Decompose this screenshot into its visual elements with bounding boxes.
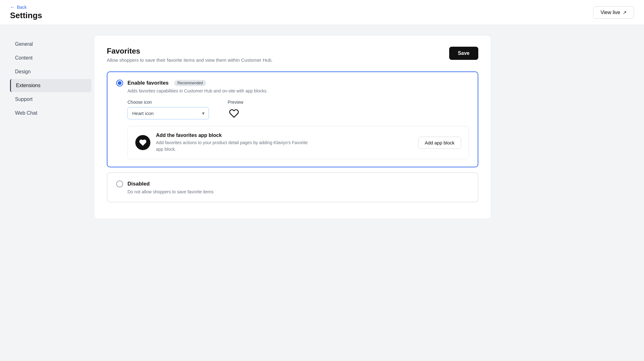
sidebar-item-web-chat[interactable]: Web Chat xyxy=(10,107,91,120)
content-title: Favorites xyxy=(107,47,273,55)
choose-icon-label: Choose icon xyxy=(127,100,209,105)
back-arrow-icon: ← xyxy=(10,4,15,10)
view-live-button[interactable]: View live ↗ xyxy=(593,6,634,19)
enable-favorites-header: Enable favorites Recommended xyxy=(116,80,469,86)
disabled-option-title: Disabled xyxy=(127,181,150,187)
recommended-badge: Recommended xyxy=(174,80,206,86)
content-header: Favorites Allow shoppers to save their f… xyxy=(107,47,478,63)
sidebar-item-content[interactable]: Content xyxy=(10,51,91,65)
app-block-description: Add favorites actions to your product de… xyxy=(156,139,313,153)
disabled-option-card: Disabled Do not allow shoppers to save f… xyxy=(107,172,478,202)
external-link-icon: ↗ xyxy=(623,10,627,15)
back-link[interactable]: ← Back xyxy=(10,4,42,10)
preview-section: Preview xyxy=(228,100,243,120)
icon-section: Choose icon Heart icon Star icon Bookmar… xyxy=(127,100,209,119)
icon-select-wrapper: Heart icon Star icon Bookmark icon ▾ xyxy=(127,107,209,119)
back-label: Back xyxy=(17,5,27,10)
add-app-block-button[interactable]: Add app block xyxy=(418,137,461,149)
top-bar: ← Back Settings View live ↗ xyxy=(0,0,644,25)
enable-favorites-card: Enable favorites Recommended Adds favori… xyxy=(107,71,478,167)
sidebar-item-extensions[interactable]: Extensions xyxy=(10,79,91,92)
enable-favorites-description: Adds favorites capabilities in Customer … xyxy=(127,88,469,93)
sidebar-item-general[interactable]: General xyxy=(10,38,91,51)
preview-label: Preview xyxy=(228,100,243,105)
icon-preview-row: Choose icon Heart icon Star icon Bookmar… xyxy=(127,100,469,120)
main-layout: General Content Design Extensions Suppor… xyxy=(0,25,501,229)
icon-select-dropdown[interactable]: Heart icon Star icon Bookmark icon xyxy=(127,107,209,119)
top-bar-left: ← Back Settings xyxy=(10,4,42,20)
app-block-title: Add the favorites app block xyxy=(156,133,313,138)
heart-preview-icon xyxy=(228,107,240,120)
sidebar-item-support[interactable]: Support xyxy=(10,93,91,106)
disabled-option-header: Disabled xyxy=(116,180,469,187)
save-button[interactable]: Save xyxy=(449,47,478,60)
sidebar: General Content Design Extensions Suppor… xyxy=(10,35,91,219)
content-title-group: Favorites Allow shoppers to save their f… xyxy=(107,47,273,63)
content-area: Favorites Allow shoppers to save their f… xyxy=(94,35,491,219)
view-live-label: View live xyxy=(600,10,620,15)
app-block-card: Add the favorites app block Add favorite… xyxy=(127,126,469,159)
disabled-radio[interactable] xyxy=(116,180,123,187)
enable-favorites-title: Enable favorites xyxy=(127,80,169,86)
disabled-option-description: Do not allow shoppers to save favorite i… xyxy=(127,189,469,194)
page-title: Settings xyxy=(10,11,42,20)
enable-favorites-radio[interactable] xyxy=(116,80,123,86)
sidebar-item-design[interactable]: Design xyxy=(10,65,91,78)
app-block-heart-icon xyxy=(135,135,150,150)
app-block-text: Add the favorites app block Add favorite… xyxy=(156,133,313,153)
content-subtitle: Allow shoppers to save their favorite it… xyxy=(107,57,273,63)
app-block-left: Add the favorites app block Add favorite… xyxy=(135,133,313,153)
